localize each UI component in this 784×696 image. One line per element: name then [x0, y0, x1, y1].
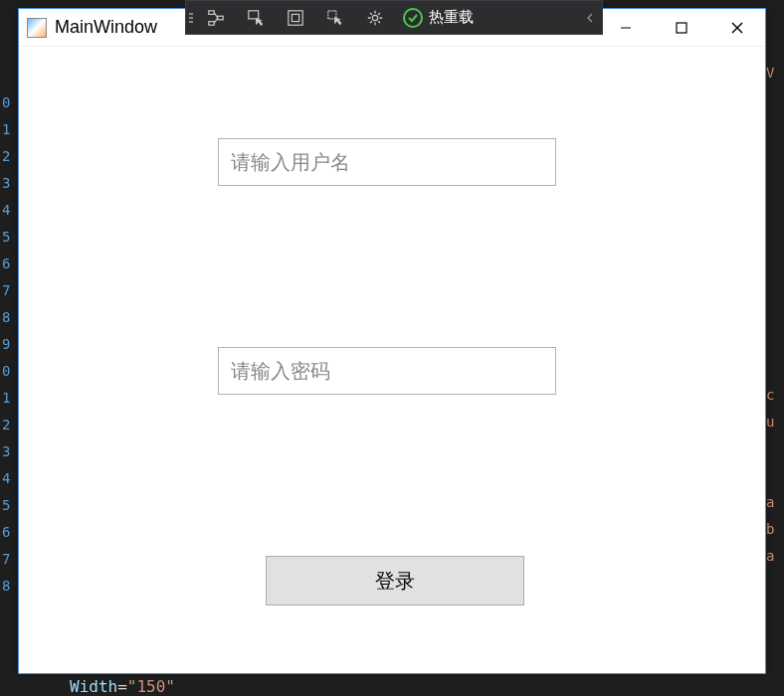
window-content: 登录 — [19, 47, 765, 673]
app-icon — [27, 18, 47, 38]
editor-right-edge: V c u a b a — [766, 60, 784, 656]
track-focus-button[interactable] — [315, 1, 355, 34]
login-button[interactable]: 登录 — [266, 556, 524, 606]
main-window: MainWindow 登录 — [18, 8, 766, 674]
code-val: "150" — [127, 677, 175, 696]
gear-icon — [366, 9, 384, 27]
hot-reload-button[interactable]: 热重载 — [395, 1, 482, 34]
editor-gutter: 0 1 2 3 4 5 6 7 8 9 0 1 2 3 4 5 6 7 8 — [0, 89, 18, 686]
window-controls — [598, 9, 765, 46]
svg-point-13 — [372, 15, 377, 20]
close-button[interactable] — [709, 9, 765, 46]
maximize-icon — [675, 21, 688, 35]
select-element-button[interactable] — [236, 1, 276, 34]
svg-rect-6 — [218, 16, 223, 20]
toolbar-chevron[interactable] — [577, 11, 602, 25]
svg-rect-1 — [677, 23, 686, 33]
debug-toolbar[interactable]: 热重载 — [185, 0, 603, 35]
tree-icon — [207, 9, 225, 27]
svg-rect-10 — [289, 10, 302, 24]
editor-code-fragment: Width="150" — [70, 677, 175, 696]
layout-icon — [287, 9, 304, 27]
display-layout-button[interactable] — [276, 1, 315, 34]
diagnostic-button[interactable] — [355, 1, 395, 34]
password-input[interactable] — [218, 347, 556, 395]
code-eq: = — [117, 677, 127, 696]
svg-line-7 — [214, 12, 218, 17]
chevron-left-icon — [585, 11, 595, 25]
check-circle-icon — [403, 8, 423, 28]
svg-rect-9 — [249, 10, 259, 18]
focus-icon — [326, 9, 344, 27]
svg-line-8 — [214, 18, 218, 23]
code-attr: Width — [70, 677, 117, 696]
svg-rect-11 — [292, 14, 298, 21]
minimize-button[interactable] — [598, 9, 654, 46]
svg-rect-5 — [209, 21, 214, 25]
hot-reload-label: 热重载 — [429, 8, 474, 27]
pointer-icon — [247, 9, 265, 27]
live-visual-tree-button[interactable] — [196, 1, 236, 34]
toolbar-grip[interactable] — [186, 1, 196, 34]
username-input[interactable] — [218, 138, 556, 186]
maximize-button[interactable] — [654, 9, 709, 46]
close-icon — [730, 21, 744, 35]
svg-rect-4 — [209, 10, 214, 14]
minimize-icon — [619, 21, 633, 35]
